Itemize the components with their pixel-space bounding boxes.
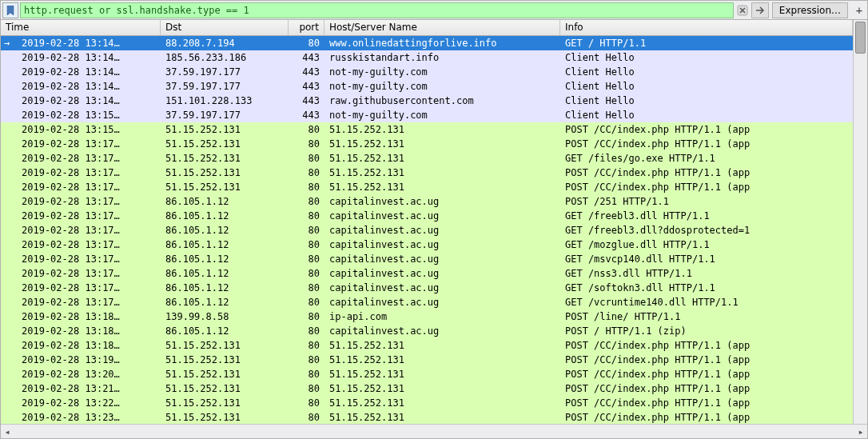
cell-time: 2019-02-28 13:14… — [1, 79, 161, 94]
table-row[interactable]: →2019-02-28 13:22…51.15.252.1318051.15.2… — [1, 396, 853, 410]
cell-port: 80 — [289, 151, 325, 166]
cell-port: 80 — [289, 324, 325, 338]
cell-info: POST /CC/index.php HTTP/1.1 (app — [560, 338, 853, 353]
table-row[interactable]: →2019-02-28 13:14…151.101.228.133443raw.… — [1, 94, 853, 108]
column-header-dst[interactable]: Dst — [161, 20, 289, 35]
table-row[interactable]: →2019-02-28 13:18…139.99.8.5880ip-api.co… — [1, 309, 853, 324]
table-row[interactable]: →2019-02-28 13:17…86.105.1.1280capitalin… — [1, 194, 853, 209]
cell-host: 51.15.252.131 — [325, 137, 560, 151]
table-row[interactable]: →2019-02-28 13:15…51.15.252.1318051.15.2… — [1, 122, 853, 137]
table-row[interactable]: →2019-02-28 13:17…86.105.1.1280capitalin… — [1, 237, 853, 252]
table-row[interactable]: →2019-02-28 13:14…185.56.233.186443russk… — [1, 50, 853, 65]
cell-host: capitalinvest.ac.ug — [325, 295, 560, 309]
table-row[interactable]: →2019-02-28 13:17…86.105.1.1280capitalin… — [1, 266, 853, 281]
cell-time: 2019-02-28 13:17… — [1, 252, 161, 266]
table-row[interactable]: →2019-02-28 13:20…51.15.252.1318051.15.2… — [1, 367, 853, 381]
table-row[interactable]: →2019-02-28 13:17…86.105.1.1280capitalin… — [1, 223, 853, 237]
column-header-time[interactable]: Time — [1, 20, 161, 35]
table-row[interactable]: →2019-02-28 13:17…51.15.252.1318051.15.2… — [1, 166, 853, 180]
cell-host: raw.githubusercontent.com — [325, 94, 560, 108]
table-row[interactable]: →2019-02-28 13:17…51.15.252.1318051.15.2… — [1, 137, 853, 151]
cell-info: Client Hello — [560, 94, 853, 108]
column-header-info[interactable]: Info — [560, 20, 853, 35]
vertical-scrollbar-thumb[interactable] — [855, 22, 866, 54]
cell-port: 80 — [289, 122, 325, 137]
cell-dst: 86.105.1.12 — [161, 324, 289, 338]
cell-info: POST / HTTP/1.1 (zip) — [560, 324, 853, 338]
horizontal-scrollbar-track[interactable] — [14, 427, 854, 437]
cell-info: POST /CC/index.php HTTP/1.1 (app — [560, 353, 853, 367]
cell-info: GET /freebl3.dll HTTP/1.1 — [560, 209, 853, 223]
cell-time: 2019-02-28 13:17… — [1, 137, 161, 151]
cell-info: GET /nss3.dll HTTP/1.1 — [560, 266, 853, 281]
cell-host: 51.15.252.131 — [325, 396, 560, 410]
table-row[interactable]: →2019-02-28 13:14…37.59.197.177443not-my… — [1, 65, 853, 79]
cell-dst: 37.59.197.177 — [161, 108, 289, 122]
column-headers: Time Dst port Host/Server Name Info — [1, 20, 853, 36]
table-row[interactable]: →2019-02-28 13:14…88.208.7.19480www.onli… — [1, 36, 853, 50]
packet-rows: →2019-02-28 13:14…88.208.7.19480www.onli… — [1, 36, 853, 424]
cell-dst: 51.15.252.131 — [161, 151, 289, 166]
vertical-scrollbar[interactable] — [853, 20, 867, 424]
cell-host: capitalinvest.ac.ug — [325, 237, 560, 252]
table-row[interactable]: →2019-02-28 13:17…86.105.1.1280capitalin… — [1, 281, 853, 295]
cell-dst: 86.105.1.12 — [161, 281, 289, 295]
cell-time: 2019-02-28 13:23… — [1, 410, 161, 424]
cell-info: GET /files/go.exe HTTP/1.1 — [560, 151, 853, 166]
table-row[interactable]: →2019-02-28 13:17…51.15.252.1318051.15.2… — [1, 180, 853, 194]
filter-bookmark-button[interactable] — [2, 2, 18, 18]
cell-dst: 51.15.252.131 — [161, 122, 289, 137]
display-filter-input[interactable] — [20, 2, 734, 18]
cell-time: 2019-02-28 13:20… — [1, 367, 161, 381]
table-row[interactable]: →2019-02-28 13:19…51.15.252.1318051.15.2… — [1, 353, 853, 367]
cell-info: Client Hello — [560, 108, 853, 122]
cell-host: capitalinvest.ac.ug — [325, 209, 560, 223]
table-row[interactable]: →2019-02-28 13:21…51.15.252.1318051.15.2… — [1, 381, 853, 396]
cell-info: GET /mozglue.dll HTTP/1.1 — [560, 237, 853, 252]
cell-port: 80 — [289, 309, 325, 324]
cell-dst: 51.15.252.131 — [161, 367, 289, 381]
cell-host: not-my-guilty.com — [325, 79, 560, 94]
cell-host: 51.15.252.131 — [325, 180, 560, 194]
cell-host: capitalinvest.ac.ug — [325, 266, 560, 281]
cell-info: POST /CC/index.php HTTP/1.1 (app — [560, 166, 853, 180]
cell-time: 2019-02-28 13:18… — [1, 338, 161, 353]
cell-dst: 86.105.1.12 — [161, 252, 289, 266]
cell-host: www.onlinedattingforlive.info — [325, 36, 560, 50]
cell-dst: 51.15.252.131 — [161, 338, 289, 353]
clear-filter-button[interactable] — [734, 2, 751, 18]
add-filter-button[interactable]: + — [851, 2, 867, 18]
cell-time: 2019-02-28 13:17… — [1, 223, 161, 237]
cell-host: russkistandart.info — [325, 50, 560, 65]
cell-time: 2019-02-28 13:21… — [1, 381, 161, 396]
table-row[interactable]: →2019-02-28 13:17…86.105.1.1280capitalin… — [1, 295, 853, 309]
cell-time: 2019-02-28 13:14… — [1, 65, 161, 79]
table-row[interactable]: →2019-02-28 13:18…51.15.252.1318051.15.2… — [1, 338, 853, 353]
cell-host: 51.15.252.131 — [325, 166, 560, 180]
cell-dst: 185.56.233.186 — [161, 50, 289, 65]
table-row[interactable]: →2019-02-28 13:23…51.15.252.1318051.15.2… — [1, 410, 853, 424]
cell-host: 51.15.252.131 — [325, 410, 560, 424]
cell-dst: 51.15.252.131 — [161, 396, 289, 410]
cell-time: 2019-02-28 13:14… — [1, 50, 161, 65]
table-row[interactable]: →2019-02-28 13:14…37.59.197.177443not-my… — [1, 79, 853, 94]
cell-info: POST /CC/index.php HTTP/1.1 (app — [560, 137, 853, 151]
scroll-right-button[interactable]: ▸ — [854, 426, 867, 437]
cell-info: POST /CC/index.php HTTP/1.1 (app — [560, 180, 853, 194]
apply-filter-button[interactable] — [751, 2, 769, 18]
cell-dst: 51.15.252.131 — [161, 137, 289, 151]
table-row[interactable]: →2019-02-28 13:17…86.105.1.1280capitalin… — [1, 252, 853, 266]
cell-dst: 37.59.197.177 — [161, 79, 289, 94]
cell-dst: 86.105.1.12 — [161, 266, 289, 281]
column-header-host[interactable]: Host/Server Name — [325, 20, 560, 35]
table-row[interactable]: →2019-02-28 13:17…51.15.252.1318051.15.2… — [1, 151, 853, 166]
table-row[interactable]: →2019-02-28 13:15…37.59.197.177443not-my… — [1, 108, 853, 122]
column-header-port[interactable]: port — [289, 20, 325, 35]
horizontal-scrollbar[interactable]: ◂ ▸ — [1, 424, 867, 438]
cell-port: 80 — [289, 381, 325, 396]
table-row[interactable]: →2019-02-28 13:18…86.105.1.1280capitalin… — [1, 324, 853, 338]
table-row[interactable]: →2019-02-28 13:17…86.105.1.1280capitalin… — [1, 209, 853, 223]
scroll-left-button[interactable]: ◂ — [1, 426, 14, 437]
expression-button[interactable]: Expression… — [772, 2, 848, 18]
cell-dst: 37.59.197.177 — [161, 65, 289, 79]
